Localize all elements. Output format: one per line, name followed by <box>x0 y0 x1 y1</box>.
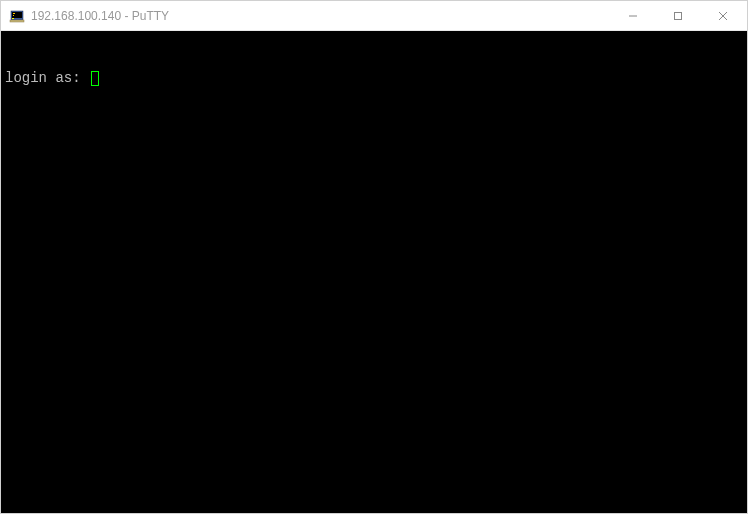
maximize-button[interactable] <box>655 1 700 30</box>
titlebar: 192.168.100.140 - PuTTY <box>1 1 747 31</box>
login-prompt-line: login as: <box>5 69 743 87</box>
svg-rect-4 <box>13 15 14 16</box>
svg-rect-6 <box>12 18 14 19</box>
minimize-button[interactable] <box>610 1 655 30</box>
window-title: 192.168.100.140 - PuTTY <box>31 9 610 23</box>
svg-rect-8 <box>674 12 681 19</box>
terminal-area[interactable]: login as: <box>1 31 747 513</box>
close-button[interactable] <box>700 1 745 30</box>
login-prompt: login as: <box>5 69 89 87</box>
svg-rect-2 <box>13 13 14 14</box>
svg-rect-5 <box>10 20 24 22</box>
cursor-icon <box>91 71 99 86</box>
window-controls <box>610 1 745 30</box>
svg-rect-3 <box>14 13 15 14</box>
putty-icon <box>9 8 25 24</box>
